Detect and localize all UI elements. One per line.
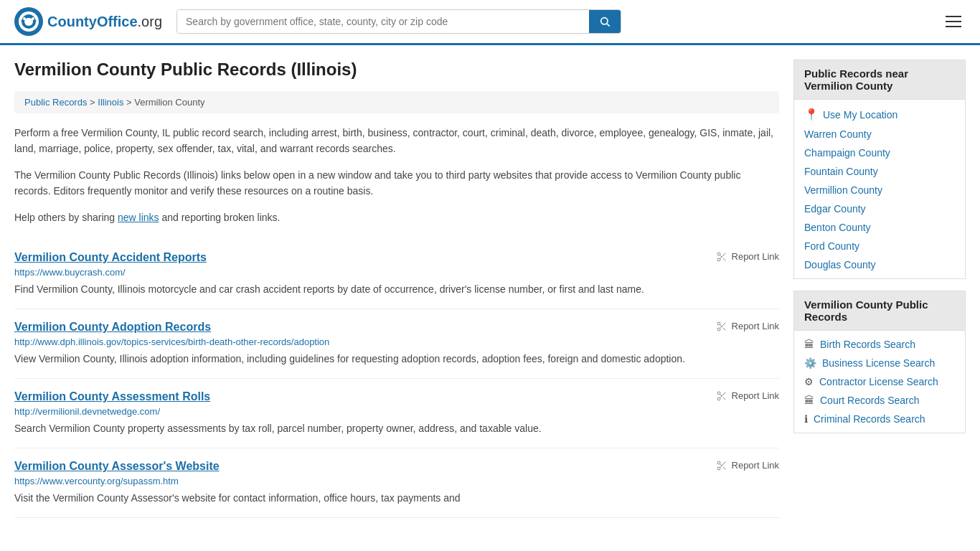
svg-point-9 (717, 258, 720, 261)
site-header: CountyOffice.org (0, 0, 980, 45)
record-url[interactable]: https://www.vercounty.org/supassm.htm (14, 476, 779, 486)
sidebar-item-contractor-license[interactable]: ⚙ Contractor License Search (794, 372, 965, 391)
new-links[interactable]: new links (118, 212, 159, 223)
svg-point-13 (717, 322, 720, 325)
scissors-icon (716, 460, 727, 471)
report-link[interactable]: Report Link (716, 460, 779, 471)
court-records-icon: 🏛 (804, 395, 814, 406)
contractor-license-icon: ⚙ (804, 376, 814, 387)
svg-line-11 (722, 258, 725, 261)
main-content: Vermilion County Public Records (Illinoi… (14, 60, 779, 518)
svg-line-26 (722, 467, 725, 470)
sidebar-item-birth-records[interactable]: 🏛 Birth Records Search (794, 335, 965, 354)
sidebar-item-criminal-records[interactable]: ℹ Criminal Records Search (794, 410, 965, 428)
svg-line-16 (722, 328, 725, 331)
sidebar-records-section: Vermilion County Public Records 🏛 Birth … (793, 291, 966, 433)
svg-line-12 (720, 255, 722, 257)
sidebar-nearby-section: Public Records near Vermilion County 📍 U… (793, 60, 966, 279)
court-records-link[interactable]: Court Records Search (820, 395, 920, 406)
svg-point-19 (717, 397, 720, 400)
sidebar: Public Records near Vermilion County 📍 U… (793, 60, 966, 518)
sidebar-item-warren[interactable]: Warren County (794, 125, 965, 143)
contractor-license-link[interactable]: Contractor License Search (819, 376, 938, 387)
records-list: Vermilion County Accident Reports Report… (14, 240, 779, 518)
sidebar-use-location[interactable]: 📍 Use My Location (794, 104, 965, 125)
report-link[interactable]: Report Link (716, 251, 779, 263)
menu-line (946, 26, 961, 27)
svg-point-8 (717, 253, 720, 255)
report-link[interactable]: Report Link (716, 390, 779, 402)
svg-line-7 (607, 24, 610, 27)
sidebar-item-douglas[interactable]: Douglas County (794, 255, 965, 274)
svg-point-5 (32, 17, 34, 20)
report-link[interactable]: Report Link (716, 321, 779, 332)
sidebar-records-header: Vermilion County Public Records (794, 291, 965, 331)
record-desc: Search Vermilion County property assessm… (14, 421, 779, 436)
criminal-records-icon: ℹ (804, 413, 808, 425)
record-header: Vermilion County Assessor's Website Repo… (14, 460, 779, 473)
menu-line (946, 21, 961, 22)
record-title[interactable]: Vermilion County Adoption Records (14, 321, 211, 334)
svg-point-18 (717, 392, 720, 395)
birth-records-link[interactable]: Birth Records Search (820, 339, 915, 350)
sidebar-item-business-license[interactable]: ⚙️ Business License Search (794, 354, 965, 372)
record-desc: Visit the Vermilion County Assessor's we… (14, 491, 779, 506)
svg-point-23 (717, 461, 720, 464)
pin-icon: 📍 (804, 108, 819, 121)
sidebar-records-list: 🏛 Birth Records Search ⚙️ Business Licen… (794, 331, 965, 433)
search-bar (176, 9, 621, 34)
business-license-link[interactable]: Business License Search (822, 357, 935, 369)
sidebar-item-court-records[interactable]: 🏛 Court Records Search (794, 391, 965, 410)
menu-button[interactable] (941, 11, 966, 32)
criminal-records-link[interactable]: Criminal Records Search (814, 413, 925, 425)
svg-line-27 (720, 463, 722, 466)
svg-line-22 (720, 394, 722, 396)
record-header: Vermilion County Accident Reports Report… (14, 251, 779, 264)
record-header: Vermilion County Adoption Records Report… (14, 321, 779, 334)
svg-point-4 (23, 17, 26, 20)
birth-records-icon: 🏛 (804, 339, 814, 350)
breadcrumb-illinois[interactable]: Illinois (98, 97, 123, 108)
share-text: Help others by sharing new links and rep… (14, 209, 779, 225)
business-license-icon: ⚙️ (804, 357, 816, 369)
record-url[interactable]: http://www.dph.illinois.gov/topics-servi… (14, 336, 779, 347)
sidebar-item-champaign[interactable]: Champaign County (794, 143, 965, 162)
svg-point-14 (717, 328, 720, 331)
sidebar-item-ford[interactable]: Ford County (794, 237, 965, 255)
record-title[interactable]: Vermilion County Assessment Rolls (14, 390, 210, 403)
record-url[interactable]: http://vermilionil.devnetwedge.com/ (14, 406, 779, 417)
logo[interactable]: CountyOffice.org (14, 7, 162, 36)
sidebar-item-edgar[interactable]: Edgar County (794, 199, 965, 218)
breadcrumb-current: Vermilion County (134, 97, 204, 108)
record-desc: Find Vermilion County, Illinois motorcyc… (14, 282, 779, 297)
breadcrumb-public-records[interactable]: Public Records (24, 97, 87, 108)
scissors-icon (716, 321, 727, 332)
sidebar-nearby-header: Public Records near Vermilion County (794, 60, 965, 100)
use-my-location-link[interactable]: Use My Location (823, 109, 897, 121)
sidebar-item-vermillion[interactable]: Vermillion County (794, 181, 965, 199)
menu-line (946, 16, 961, 17)
sidebar-item-fountain[interactable]: Fountain County (794, 162, 965, 181)
svg-point-24 (717, 467, 720, 470)
search-icon (599, 16, 611, 27)
record-title[interactable]: Vermilion County Assessor's Website (14, 460, 220, 473)
record-item: Vermilion County Assessor's Website Repo… (14, 448, 779, 518)
svg-point-6 (601, 18, 608, 24)
record-url[interactable]: https://www.buycrash.com/ (14, 267, 779, 278)
svg-line-21 (722, 397, 725, 400)
scissors-icon (716, 390, 727, 402)
record-item: Vermilion County Accident Reports Report… (14, 240, 779, 309)
record-item: Vermilion County Assessment Rolls Report… (14, 379, 779, 448)
search-input[interactable] (177, 10, 589, 33)
sidebar-nearby-list: 📍 Use My Location Warren County Champaig… (794, 100, 965, 278)
record-header: Vermilion County Assessment Rolls Report… (14, 390, 779, 403)
record-title[interactable]: Vermilion County Accident Reports (14, 251, 207, 264)
svg-line-17 (720, 324, 722, 326)
breadcrumb: Public Records > Illinois > Vermilion Co… (14, 91, 779, 113)
search-button[interactable] (589, 10, 621, 33)
logo-text: CountyOffice.org (47, 14, 162, 30)
description-text: Perform a free Vermilion County, IL publ… (14, 125, 779, 157)
page-title: Vermilion County Public Records (Illinoi… (14, 60, 779, 80)
sidebar-item-benton[interactable]: Benton County (794, 218, 965, 237)
record-desc: View Vermilion County, Illinois adoption… (14, 352, 779, 367)
